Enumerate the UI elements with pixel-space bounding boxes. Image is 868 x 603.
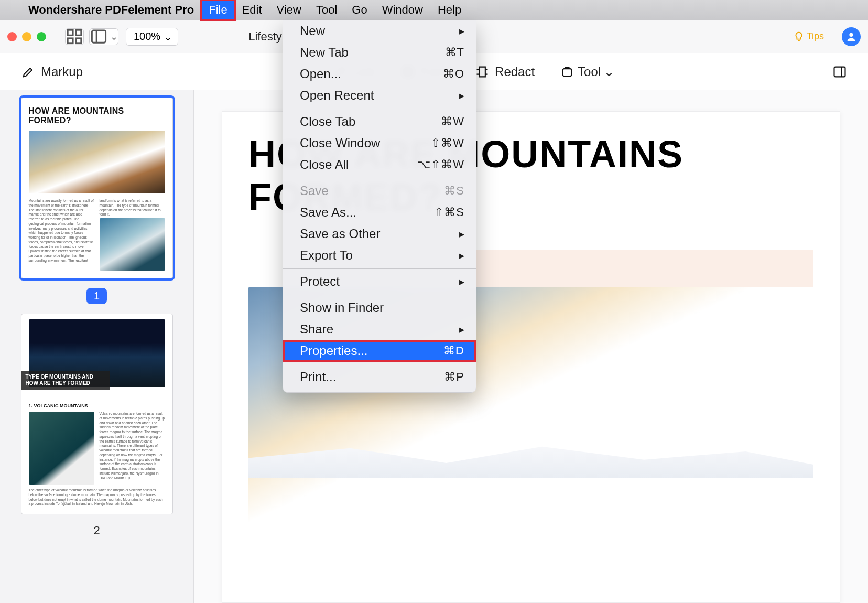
menu-item-print[interactable]: Print...⌘P	[283, 367, 476, 388]
sidebar-toggle-icon[interactable]: ⌄	[89, 28, 118, 45]
thumbnail-page-2[interactable]: TYPE OF MOUNTAINS AND HOW ARE THEY FORME…	[21, 314, 173, 514]
redact-label: Redact	[495, 64, 535, 79]
svg-rect-1	[76, 30, 81, 35]
thumb2-text: Volcanic mountains are formed as a resul…	[100, 412, 165, 485]
chevron-down-icon: ⌄	[604, 64, 614, 79]
svg-rect-0	[68, 30, 73, 35]
redact-button[interactable]: Redact	[475, 64, 535, 79]
fullscreen-window-button[interactable]	[37, 32, 46, 41]
menu-item-properties[interactable]: Properties...⌘D	[283, 340, 476, 362]
tool-label: Tool	[578, 64, 601, 79]
menubar-item-tool[interactable]: Tool	[309, 0, 344, 20]
menu-item-export-to[interactable]: Export To	[283, 245, 476, 266]
document-tab[interactable]: Lifestyl	[248, 30, 284, 44]
thumb2-footer-text: The other type of volcanic mountain is f…	[29, 488, 165, 507]
svg-rect-13	[563, 69, 571, 76]
menu-item-close-all[interactable]: Close All⌥⇧⌘W	[283, 154, 476, 176]
markup-button[interactable]: Markup	[21, 64, 83, 79]
menu-item-close-tab[interactable]: Close Tab⌘W	[283, 111, 476, 133]
thumb1-title: HOW ARE MOUNTAINS FORMED?	[29, 106, 165, 125]
thumb1-image-1	[29, 131, 165, 193]
app-name: Wondershare PDFelement Pro	[21, 3, 201, 17]
close-window-button[interactable]	[7, 32, 17, 41]
svg-rect-3	[76, 38, 81, 43]
right-panel-toggle-icon[interactable]	[832, 64, 847, 79]
menu-item-protect[interactable]: Protect	[283, 271, 476, 293]
menu-item-save: Save⌘S	[283, 180, 476, 202]
thumb1-image-2	[100, 218, 165, 271]
menu-item-new-tab[interactable]: New Tab⌘T	[283, 42, 476, 63]
menu-item-open-recent[interactable]: Open Recent	[283, 85, 476, 106]
thumbnail-page-1[interactable]: HOW ARE MOUNTAINS FORMED? Mountains are …	[21, 98, 173, 278]
markup-label: Markup	[41, 64, 83, 79]
thumbnail-sidebar[interactable]: HOW ARE MOUNTAINS FORMED? Mountains are …	[0, 90, 194, 603]
page-badge-1: 1	[86, 288, 107, 304]
menu-item-open[interactable]: Open...⌘O	[283, 63, 476, 85]
menu-item-save-as[interactable]: Save As...⇧⌘S	[283, 202, 476, 223]
svg-point-7	[849, 33, 853, 36]
file-menu: New New Tab⌘T Open...⌘O Open Recent Clos…	[283, 20, 476, 393]
tool-dropdown[interactable]: Tool ⌄	[560, 64, 614, 79]
zoom-dropdown[interactable]: 100% ⌄	[126, 28, 178, 46]
view-mode-buttons: ⌄	[65, 28, 118, 45]
menu-item-save-as-other[interactable]: Save as Other	[283, 223, 476, 245]
svg-rect-4	[92, 30, 105, 42]
thumb1-text2: landform is what is referred to as a mou…	[100, 199, 165, 217]
menubar-item-view[interactable]: View	[269, 0, 309, 20]
menubar-item-window[interactable]: Window	[375, 0, 430, 20]
thumb2-heading: 1. VOLCANIC MOUNTAINS	[29, 403, 165, 408]
thumb2-image-2	[29, 412, 94, 485]
zoom-value: 100%	[134, 30, 160, 42]
svg-rect-14	[834, 67, 845, 77]
menu-item-close-window[interactable]: Close Window⇧⌘W	[283, 133, 476, 154]
svg-rect-2	[68, 38, 73, 43]
menubar-item-edit[interactable]: Edit	[235, 0, 269, 20]
thumbnail-grid-icon[interactable]	[65, 28, 84, 45]
minimize-window-button[interactable]	[22, 32, 31, 41]
menu-item-show-in-finder[interactable]: Show in Finder	[283, 297, 476, 319]
menubar-item-file[interactable]: File	[201, 0, 234, 20]
menu-item-share[interactable]: Share	[283, 319, 476, 340]
chevron-down-icon: ⌄	[164, 30, 172, 43]
tips-button[interactable]: Tips	[793, 31, 824, 42]
page-number-2: 2	[93, 524, 100, 537]
menubar-item-go[interactable]: Go	[344, 0, 374, 20]
menubar-item-help[interactable]: Help	[430, 0, 469, 20]
user-avatar[interactable]	[842, 27, 861, 46]
traffic-lights	[7, 32, 46, 41]
tips-label: Tips	[807, 31, 824, 42]
thumb1-text: Mountains are usually formed as a result…	[29, 199, 94, 271]
menu-item-new[interactable]: New	[283, 20, 476, 42]
mac-menubar: Wondershare PDFelement Pro File Edit Vie…	[0, 0, 868, 20]
thumb2-overlay-title: TYPE OF MOUNTAINS AND HOW ARE THEY FORME…	[21, 371, 110, 390]
